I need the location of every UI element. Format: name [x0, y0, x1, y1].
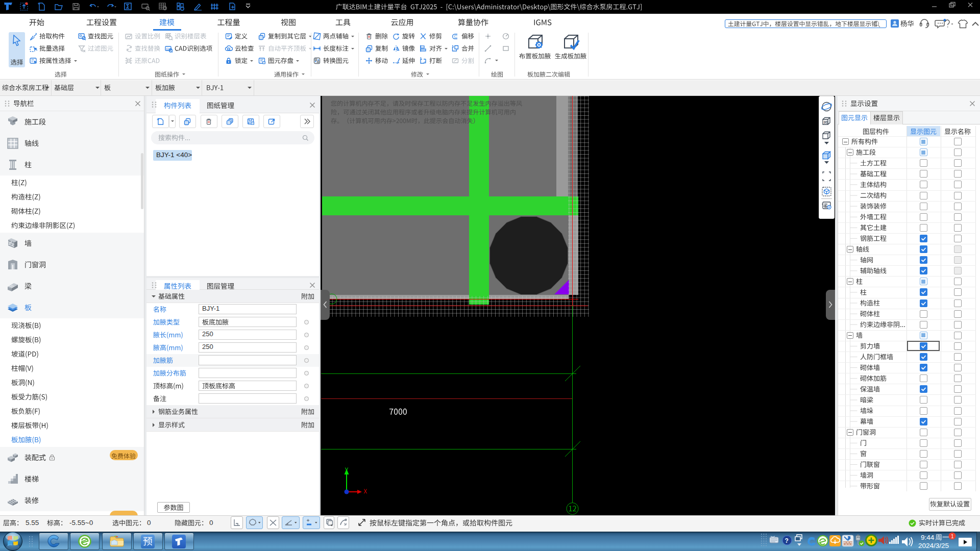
- svg-text:1: 1: [951, 534, 954, 539]
- svg-text:?: ?: [785, 537, 789, 544]
